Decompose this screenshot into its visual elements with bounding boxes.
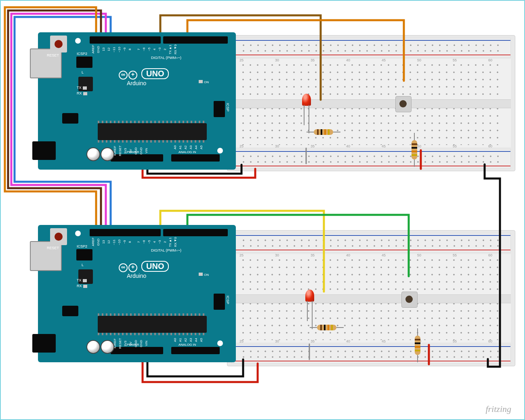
resistor-button-bottom	[415, 336, 420, 355]
led-top	[300, 94, 313, 111]
arduino-uno-top: RESET AREFGND1312~11~10~987~6~54~32TX►1R…	[38, 32, 236, 170]
on-led-label: ON	[199, 273, 209, 277]
analog-pin-labels: A0A1A2A3A4A5	[173, 338, 204, 342]
analog-pin-labels: A0A1A2A3A4A5	[173, 145, 204, 149]
power-jack	[32, 141, 56, 160]
analog-header	[171, 347, 220, 354]
resistor-button-top	[412, 140, 417, 160]
led-legs-icon	[303, 105, 310, 125]
capacitor-icon	[101, 147, 114, 161]
icsp2-header	[76, 57, 92, 68]
arduino-brand: Arduino	[127, 80, 146, 86]
power-label: POWER	[127, 150, 139, 154]
analog-header	[171, 154, 220, 162]
icsp-label: ICSP	[226, 296, 230, 304]
analog-label: ANALOG IN	[178, 150, 196, 154]
mount-hole-icon	[217, 148, 223, 153]
icsp-header	[214, 294, 225, 310]
tx-rx-labels: TX RX	[77, 85, 87, 96]
icsp2-header	[76, 249, 92, 260]
capacitor-icon	[86, 147, 100, 161]
led-bulb-icon	[305, 290, 314, 302]
on-led-label: ON	[199, 80, 209, 84]
power-jack	[32, 334, 56, 353]
icsp2-label: ICSP2	[77, 244, 87, 248]
digital-pin-labels: AREFGND1312~11~10~987~6~54~32TX►1RX◄0	[91, 237, 178, 247]
mount-hole-icon	[217, 340, 223, 346]
analog-label: ANALOG IN	[178, 343, 196, 346]
voltage-regulator-icon	[62, 306, 78, 316]
digital-header	[163, 229, 228, 236]
resistor-led-top	[314, 129, 333, 135]
push-button-top[interactable]	[395, 96, 412, 112]
reset-label: RESET	[47, 246, 59, 250]
led-bottom	[304, 290, 316, 307]
led-bulb-icon	[302, 94, 311, 106]
fritzing-canvas: 25 30 35 40 45 50 55 60 25 30 35 40 45 5…	[0, 0, 525, 420]
digital-header	[90, 229, 161, 236]
digital-pin-labels: AREFGND1312~11~10~987~6~54~32TX►1RX◄0	[91, 44, 178, 55]
l-led-label: L	[82, 263, 84, 267]
l-led-label: L	[82, 70, 84, 74]
arduino-logo: ∞+UNO	[119, 259, 169, 272]
icsp-header	[214, 101, 225, 117]
atmega-chip-icon	[98, 316, 207, 333]
arduino-uno-bottom: RESET AREFGND1312~11~10~987~6~54~32TX►1R…	[38, 225, 236, 362]
voltage-regulator-icon	[62, 113, 78, 124]
tx-rx-labels: TX RX	[77, 277, 87, 289]
reset-button[interactable]	[50, 228, 67, 245]
led-legs-icon	[306, 301, 313, 321]
arduino-brand: Arduino	[127, 273, 146, 279]
arduino-logo: ∞+UNO	[119, 67, 169, 80]
digital-header	[163, 36, 228, 44]
icsp-label: ICSP	[226, 103, 230, 111]
icsp2-label: ICSP2	[77, 52, 87, 56]
reset-button[interactable]	[50, 36, 67, 52]
digital-header	[90, 36, 161, 44]
reset-label: RESET	[47, 53, 59, 57]
digital-label: DIGITAL (PWM=~)	[151, 248, 181, 252]
atmega-chip-icon	[98, 123, 207, 140]
push-button-bottom[interactable]	[401, 292, 418, 308]
power-label: POWER	[127, 343, 139, 346]
mount-hole-icon	[75, 38, 81, 44]
mount-hole-icon	[75, 231, 81, 236]
digital-label: DIGITAL (PWM=~)	[151, 56, 181, 60]
capacitor-icon	[86, 340, 100, 354]
resistor-led-bottom	[317, 325, 336, 330]
capacitor-icon	[101, 340, 114, 354]
